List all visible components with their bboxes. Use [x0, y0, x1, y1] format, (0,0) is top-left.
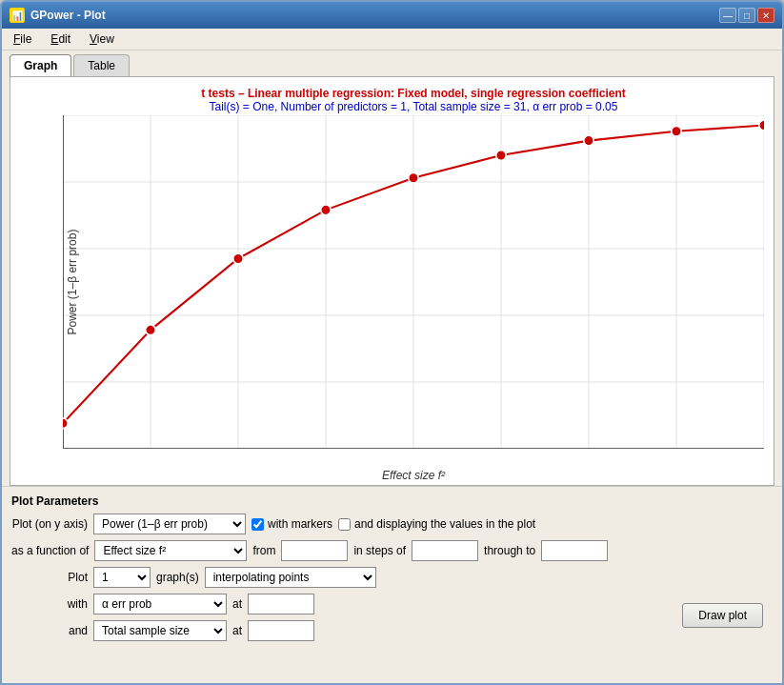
params-title: Plot Parameters	[11, 494, 773, 508]
close-button[interactable]: ✕	[757, 8, 774, 23]
plot-label: Plot	[11, 571, 88, 584]
tab-graph[interactable]: Graph	[10, 54, 71, 76]
with-label: with	[11, 597, 88, 611]
and-row: and Total sample size Number of predicto…	[11, 620, 673, 641]
plot-count-select[interactable]: 1 2 3	[93, 567, 151, 588]
main-window: 📊 GPower - Plot — □ ✕ File Edit View Gra…	[0, 0, 784, 685]
with-select[interactable]: α err prob β err prob	[93, 594, 227, 614]
from-input[interactable]: 0.1	[281, 540, 348, 561]
steps-label: in steps of	[353, 544, 406, 557]
params-area: Plot Parameters Plot (on y axis) Power (…	[2, 486, 782, 683]
through-input[interactable]: 0.5	[541, 540, 608, 561]
displaying-area: and displaying the values in the plot	[338, 517, 535, 531]
svg-point-32	[63, 418, 68, 429]
chart-container: Power (1–β err prob)	[63, 115, 764, 449]
through-label: through to	[484, 544, 535, 557]
x-axis-label: Effect size f²	[382, 469, 445, 482]
chart-title-line2: Tail(s) = One, Number of predictors = 1,…	[63, 100, 764, 113]
menu-bar: File Edit View	[2, 29, 782, 50]
with-markers-area: with markers	[251, 517, 332, 531]
menu-file[interactable]: File	[10, 30, 35, 48]
svg-point-39	[672, 126, 682, 136]
maximize-button[interactable]: □	[738, 8, 755, 23]
tab-table[interactable]: Table	[73, 54, 130, 76]
y-axis-label: Plot (on y axis)	[11, 517, 88, 531]
y-axis-label: Power (1–β err prob)	[66, 230, 79, 335]
y-axis-select[interactable]: Power (1–β err prob)	[93, 514, 246, 534]
interpolating-select[interactable]: interpolating points smooth curve	[205, 567, 376, 588]
draw-plot-button[interactable]: Draw plot	[682, 603, 763, 628]
window-controls: — □ ✕	[719, 8, 774, 23]
svg-point-35	[321, 205, 332, 215]
svg-point-33	[146, 325, 156, 335]
svg-point-38	[584, 135, 594, 146]
from-label: from	[252, 544, 275, 557]
title-bar: 📊 GPower - Plot — □ ✕	[2, 2, 782, 29]
with-row: with α err prob β err prob at 0.05	[11, 594, 673, 614]
chart-area: t tests – Linear multiple regression: Fi…	[10, 76, 774, 486]
with-markers-checkbox[interactable]	[251, 518, 264, 531]
chart-title-line1: t tests – Linear multiple regression: Fi…	[63, 87, 764, 100]
graphs-label: graph(s)	[156, 571, 199, 584]
plot-row: Plot 1 2 3 graph(s) interpolating points…	[11, 567, 773, 588]
function-row: as a function of Effect size f² from 0.1…	[11, 540, 773, 561]
minimize-button[interactable]: —	[719, 8, 736, 23]
menu-view[interactable]: View	[86, 30, 118, 48]
y-axis-row: Plot (on y axis) Power (1–β err prob) wi…	[11, 514, 773, 534]
at-input1[interactable]: 0.05	[248, 594, 314, 614]
at-input2[interactable]: 31	[248, 620, 314, 641]
at-label2: at	[232, 624, 242, 637]
with-markers-label: with markers	[268, 517, 332, 531]
at-label1: at	[232, 597, 242, 611]
left-params: with α err prob β err prob at 0.05 and T…	[11, 594, 673, 647]
chart-title: t tests – Linear multiple regression: Fi…	[63, 87, 764, 113]
app-icon: 📊	[10, 8, 25, 23]
draw-btn-area: Draw plot	[673, 594, 773, 637]
svg-point-34	[233, 253, 244, 264]
function-label: as a function of	[11, 544, 89, 557]
svg-point-37	[496, 151, 507, 161]
menu-edit[interactable]: Edit	[47, 30, 74, 48]
svg-point-40	[759, 120, 764, 131]
tab-bar: Graph Table	[2, 50, 782, 76]
function-select[interactable]: Effect size f²	[94, 540, 247, 561]
and-label: and	[11, 624, 88, 637]
and-select[interactable]: Total sample size Number of predictors	[93, 620, 227, 641]
window-title: GPower - Plot	[30, 9, 106, 22]
chart-svg: 0.5 0.6 0.7 0.8 0.9 1 0.1 0.15 0.2 0.25 …	[63, 115, 764, 449]
steps-input[interactable]: 0.05	[412, 540, 478, 561]
displaying-label: and displaying the values in the plot	[354, 517, 535, 531]
displaying-checkbox[interactable]	[338, 518, 351, 531]
svg-point-36	[409, 172, 419, 183]
